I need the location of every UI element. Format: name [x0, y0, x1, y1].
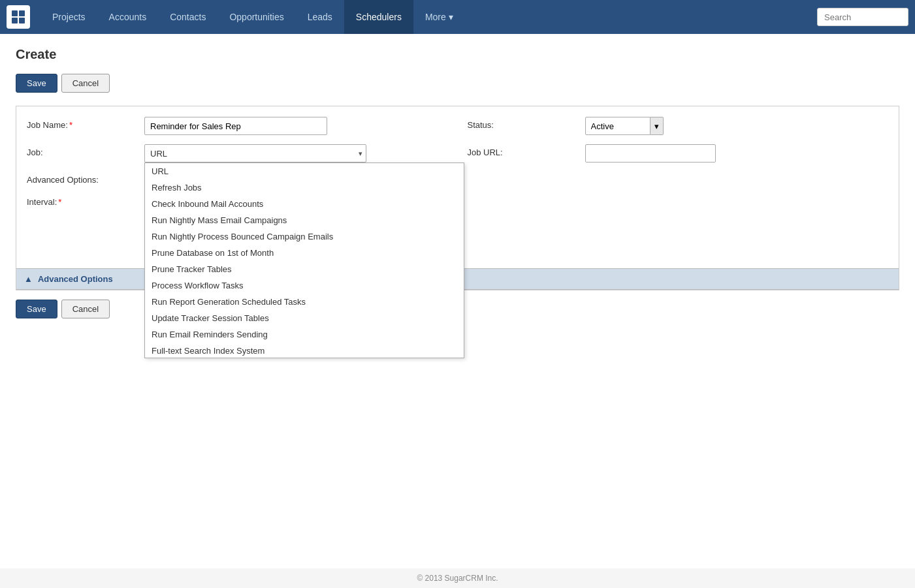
save-button-bottom[interactable]: Save	[16, 300, 57, 318]
status-select: ▾	[585, 117, 889, 135]
nav-item-accounts[interactable]: Accounts	[97, 0, 159, 34]
nav-item-more[interactable]: More ▾	[413, 0, 465, 34]
app-logo[interactable]	[7, 5, 30, 29]
chevron-down-icon: ▾	[359, 149, 362, 158]
dropdown-item-fulltext[interactable]: Full-text Search Index System	[145, 343, 464, 358]
status-field: ▾	[585, 117, 889, 135]
page-title: Create	[16, 47, 899, 62]
nav-item-opportunities[interactable]: Opportunities	[217, 0, 295, 34]
job-select-value: URL	[150, 149, 167, 159]
job-url-field	[585, 144, 889, 162]
save-button-top[interactable]: Save	[16, 74, 57, 93]
dropdown-item-mass-email[interactable]: Run Nightly Mass Email Campaigns	[145, 212, 464, 228]
form-body: Job Name:* Job: URL	[16, 106, 899, 268]
job-url-input[interactable]	[585, 144, 716, 162]
job-name-row: Job Name:*	[27, 117, 448, 135]
form-col-right: Status: ▾ Job URL:	[448, 117, 889, 258]
job-field: URL ▾ URL Refresh Jobs Check Inbound Mai…	[144, 144, 448, 162]
dropdown-item-refresh[interactable]: Refresh Jobs	[145, 179, 464, 196]
search-input[interactable]	[817, 8, 908, 26]
job-select[interactable]: URL ▾	[144, 144, 366, 162]
job-row: Job: URL ▾ URL Refresh Jobs	[27, 144, 448, 162]
form-col-left: Job Name:* Job: URL	[27, 117, 448, 258]
nav-item-schedulers[interactable]: Schedulers	[344, 0, 413, 34]
dropdown-item-workflow[interactable]: Process Workflow Tasks	[145, 277, 464, 294]
svg-rect-2	[12, 18, 18, 23]
job-name-input[interactable]	[144, 117, 327, 135]
dropdown-item-report-gen[interactable]: Run Report Generation Scheduled Tasks	[145, 294, 464, 310]
job-name-required: *	[69, 120, 72, 130]
footer-text: © 2013 SugarCRM Inc.	[417, 574, 498, 583]
job-dropdown-list: URL Refresh Jobs Check Inbound Mail Acco…	[144, 162, 464, 358]
job-name-field	[144, 117, 448, 135]
nav-item-contacts[interactable]: Contacts	[158, 0, 217, 34]
nav-item-leads[interactable]: Leads	[296, 0, 344, 34]
job-select-wrapper: URL ▾ URL Refresh Jobs Check Inbound Mai…	[144, 144, 366, 162]
dropdown-item-email-reminders[interactable]: Run Email Reminders Sending	[145, 326, 464, 343]
top-btn-bar: Save Cancel	[16, 74, 899, 93]
nav-items: Projects Accounts Contacts Opportunities…	[40, 0, 817, 34]
svg-rect-3	[19, 18, 25, 23]
svg-rect-0	[12, 10, 18, 16]
chevron-down-icon: ▾	[654, 121, 659, 131]
job-name-label: Job Name:*	[27, 117, 144, 130]
dropdown-item-bounced[interactable]: Run Nightly Process Bounced Campaign Ema…	[145, 228, 464, 245]
status-input[interactable]	[585, 117, 650, 135]
nav-search-container	[817, 8, 908, 26]
cancel-button-bottom[interactable]: Cancel	[61, 300, 110, 318]
cancel-button-top[interactable]: Cancel	[61, 74, 110, 93]
job-label: Job:	[27, 144, 144, 157]
form-two-col: Job Name:* Job: URL	[27, 117, 888, 258]
collapse-icon: ▲	[24, 274, 33, 284]
status-row: Status: ▾	[468, 117, 889, 135]
dropdown-item-url[interactable]: URL	[145, 163, 464, 179]
navbar: Projects Accounts Contacts Opportunities…	[0, 0, 915, 34]
dropdown-item-update-tracker[interactable]: Update Tracker Session Tables	[145, 310, 464, 326]
advanced-options-toggle-label: Advanced Options	[38, 274, 113, 284]
job-url-row: Job URL:	[468, 144, 889, 162]
advanced-options-label: Advanced Options:	[27, 172, 144, 185]
main-content: Create Save Cancel Job Name:*	[0, 34, 915, 568]
dropdown-item-prune-db[interactable]: Prune Database on 1st of Month	[145, 245, 464, 261]
status-label: Status:	[468, 117, 585, 130]
dropdown-item-inbound[interactable]: Check Inbound Mail Accounts	[145, 196, 464, 212]
svg-rect-1	[19, 10, 25, 16]
dropdown-item-prune-tracker[interactable]: Prune Tracker Tables	[145, 261, 464, 277]
status-dropdown-btn[interactable]: ▾	[650, 117, 664, 135]
form-card: Job Name:* Job: URL	[16, 106, 899, 290]
footer: © 2013 SugarCRM Inc.	[0, 568, 915, 588]
nav-item-projects[interactable]: Projects	[40, 0, 97, 34]
interval-label: Interval:*	[27, 194, 144, 207]
chevron-down-icon: ▾	[449, 12, 453, 22]
job-url-label: Job URL:	[468, 144, 585, 157]
